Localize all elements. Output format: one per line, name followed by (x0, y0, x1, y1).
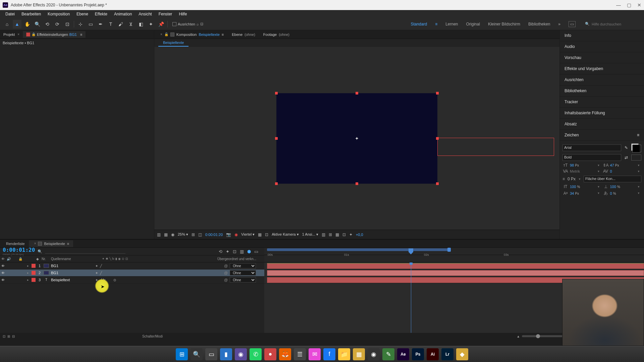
layer-name[interactable]: BG1 (50, 271, 94, 275)
taskbar-app1[interactable]: ◉ (235, 348, 247, 360)
close-icon[interactable]: × (17, 33, 19, 36)
lock-icon[interactable]: 🔓 (164, 33, 168, 36)
panel-menu-icon[interactable]: ≡ (222, 33, 224, 37)
twirl-icon[interactable]: ▸ (25, 278, 30, 282)
swap-colors-icon[interactable]: ⇄ (623, 155, 629, 161)
clone-tool[interactable]: ⊻ (126, 20, 135, 28)
work-area-bar[interactable] (267, 248, 449, 251)
workspace-standard[interactable]: Standard (411, 22, 427, 26)
workspace-menu-icon[interactable]: ≡ (435, 22, 437, 26)
selection-handle[interactable] (275, 182, 278, 185)
switch-icon[interactable]: ✦ (95, 264, 98, 268)
stroke-option-dropdown[interactable]: Fläche über Kon... (584, 176, 641, 182)
close-button[interactable]: ✕ (637, 2, 641, 8)
no-color-icon[interactable] (631, 155, 641, 161)
chevron-down-icon[interactable]: ▼ (637, 164, 641, 167)
zoom-out-icon[interactable]: ▲ (517, 335, 520, 338)
layer-label-color[interactable] (32, 278, 36, 282)
panel-bibliotheken[interactable]: Bibliotheken (560, 85, 644, 97)
taskbar-lr[interactable]: Lr (441, 348, 453, 360)
shy-column-icon[interactable]: ◆ (34, 257, 42, 261)
layer-row[interactable]: 👁 ▸ 1 BG1 ✦ ╱ @ Ohne (0, 262, 264, 269)
parent-column[interactable]: Übergeordnet und verkn... (217, 257, 264, 261)
switch-icon[interactable]: ⊙ (113, 278, 116, 282)
pen-tool[interactable]: ✒ (96, 20, 105, 28)
hscale-value[interactable]: 100 (610, 185, 616, 189)
vf-icon[interactable]: ✦ (349, 232, 353, 237)
workspace-lernen[interactable]: Lernen (445, 22, 458, 26)
selection-handle[interactable] (356, 92, 358, 95)
text-tool[interactable]: T (106, 20, 115, 28)
anchor-point-icon[interactable]: ✦ (355, 136, 359, 141)
time-ruler[interactable]: :00s 01s 02s 03s (264, 248, 644, 255)
effects-tab[interactable]: 🔒 Effekteinstellungen BG1 ≡ (23, 31, 86, 38)
tracking-value[interactable]: 0 (610, 169, 636, 173)
layer-name[interactable]: BG1 (50, 264, 94, 268)
toggle-switches-icon[interactable]: ⊞ (7, 335, 10, 338)
panel-effekte[interactable]: Effekte und Vorgaben (560, 63, 644, 74)
taskbar-folder[interactable]: 📁 (338, 348, 350, 360)
menu-effekte[interactable]: Effekte (92, 11, 111, 17)
chevron-down-icon[interactable]: ▼ (597, 192, 601, 195)
project-tab[interactable]: Projekt× (0, 31, 23, 38)
timeline-comp-tab[interactable]: × Beispieltexte ≡ (29, 240, 73, 247)
taskbar-ai[interactable]: Ai (427, 348, 439, 360)
snap2-icon[interactable]: ⊡ (200, 22, 203, 26)
playhead[interactable] (409, 248, 413, 254)
taskbar-notes[interactable]: ✎ (382, 348, 394, 360)
toggle-switches-icon[interactable]: ⊡ (3, 335, 5, 338)
comp-subtab[interactable]: Beispieltexte (158, 39, 189, 47)
3d-icon[interactable]: ⊡ (265, 232, 268, 237)
layer-tab[interactable]: Ebene (ohne) (228, 31, 259, 38)
comp-tab[interactable]: × 🔓 Komposition Beispieltexte ≡ (156, 31, 227, 38)
audio-column-icon[interactable]: 🔊 (6, 257, 11, 261)
panel-absatz[interactable]: Absatz (560, 119, 644, 130)
roto-tool[interactable]: ✦ (147, 20, 155, 28)
timecode-display[interactable]: 0:00:01:20 (205, 233, 223, 237)
snap-icon[interactable]: ⌕ (197, 22, 199, 26)
taskbar-messenger[interactable]: ✉ (309, 348, 321, 360)
transparency-icon[interactable]: ▦ (258, 232, 262, 237)
taskbar-app3[interactable]: ☰ (294, 348, 306, 360)
layer-search-input[interactable] (45, 249, 125, 254)
taskbar-facebook[interactable]: f (323, 348, 335, 360)
exposure-value[interactable]: +0,0 (356, 233, 363, 237)
menu-fenster[interactable]: Fenster (155, 11, 176, 17)
taskbar-whatsapp[interactable]: ✆ (250, 348, 262, 360)
menu-animation[interactable]: Animation (111, 11, 135, 17)
source-column[interactable]: Quellenname (48, 257, 102, 261)
layer-row[interactable]: 👁 ▸ 3 T Beispieltext ✦ ╱ fx ⊙ @ Ohne (0, 277, 264, 284)
minimize-button[interactable]: — (616, 2, 621, 8)
parent-dropdown[interactable]: Ohne (230, 270, 256, 276)
tsume-value[interactable]: 0 (610, 191, 612, 195)
puppet-tool[interactable]: 📌 (157, 20, 165, 28)
switch-icon[interactable]: ⊡ (125, 257, 128, 260)
home-tool[interactable]: ⌂ (3, 20, 11, 28)
font-family-dropdown[interactable]: Arial (562, 144, 621, 151)
workspace-panel-icon[interactable]: ▭ (569, 21, 576, 27)
toggle-switches-icon[interactable]: ⊟ (12, 335, 15, 338)
selection-handle[interactable] (436, 92, 439, 95)
switch-icon[interactable]: ▮ (115, 257, 117, 260)
baseline-value[interactable]: 34 (570, 191, 574, 195)
quality-dropdown[interactable]: Viertel ▾ (241, 232, 255, 237)
current-timecode[interactable]: 0:00:01:20 (3, 247, 35, 253)
pickwhip-icon[interactable]: @ (224, 271, 228, 275)
fill-color-swatch[interactable] (631, 143, 639, 151)
orbit-tool[interactable]: ⟲ (43, 20, 52, 28)
panel-menu-icon[interactable]: ≡ (80, 33, 82, 37)
layer-label-color[interactable] (32, 271, 36, 275)
stroke-width-value[interactable]: 0 (568, 177, 570, 181)
visibility-toggle[interactable]: 👁 (0, 278, 6, 282)
twirl-icon[interactable]: ▸ (25, 264, 30, 267)
visibility-toggle[interactable]: 👁 (0, 271, 6, 275)
menu-bearbeiten[interactable]: Bearbeiten (18, 11, 44, 17)
taskbar-app5[interactable]: ◆ (456, 348, 468, 360)
taskbar-taskview[interactable]: ▭ (205, 348, 217, 360)
taskbar-search[interactable]: 🔍 (191, 348, 203, 360)
footage-tab[interactable]: Footage (ohne) (260, 31, 293, 38)
layer-bar[interactable] (267, 270, 644, 276)
lock-icon[interactable]: 🔒 (32, 33, 36, 36)
switch-icon[interactable]: ╱ (100, 271, 102, 275)
layer-bar[interactable] (267, 263, 644, 269)
